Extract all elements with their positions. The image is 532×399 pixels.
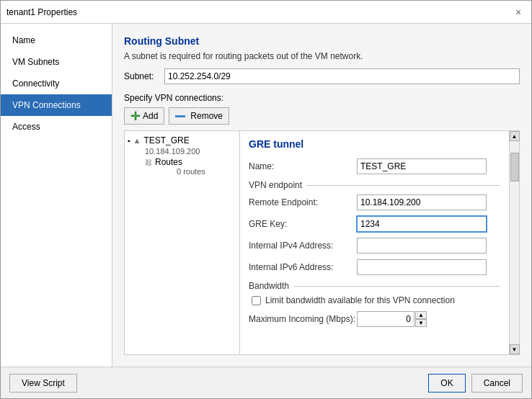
vpn-icon: ▲ [133,136,141,145]
max-incoming-input[interactable] [357,311,414,327]
title-bar: tenant1 Properties × [1,1,531,24]
spinner-arrows: ▲ ▼ [415,311,427,327]
window-title: tenant1 Properties [6,7,77,17]
tree-item-gre[interactable]: ▪ ▲ TEST_GRE [125,134,239,147]
tree-routes-count: 0 routes [145,167,239,176]
remote-endpoint-input[interactable] [357,194,487,210]
add-button[interactable]: ✛ Add [124,107,164,125]
tree-connection-ip: 10.184.109.200 [125,147,239,156]
subnet-row: Subnet: [124,68,520,84]
scroll-down-button[interactable]: ▼ [510,344,520,354]
limit-bandwidth-checkbox[interactable] [252,296,261,305]
spinner-down-button[interactable]: ▼ [415,319,427,327]
detail-panel: GRE tunnel Name: VPN endpoint Remote End… [240,131,509,354]
internal-ipv4-label: Internal IPv4 Address: [249,241,357,251]
cancel-button[interactable]: Cancel [471,374,523,393]
scroll-up-button[interactable]: ▲ [510,131,520,141]
bandwidth-group-label: Bandwidth [249,281,500,291]
scrollbar[interactable]: ▲ ▼ [509,131,519,354]
max-incoming-label: Maximum Incoming (Mbps): [249,314,357,324]
field-row-name: Name: [249,158,500,174]
main-window: tenant1 Properties × Name VM Subnets Con… [0,0,532,399]
sidebar-item-name[interactable]: Name [1,30,112,51]
max-incoming-spinner: ▲ ▼ [357,311,427,327]
internal-ipv6-label: Internal IPv6 Address: [249,262,357,272]
field-row-ipv4: Internal IPv4 Address: [249,238,500,254]
sidebar-item-access[interactable]: Access [1,116,112,138]
section-desc: A subnet is required for routing packets… [124,51,520,61]
tree-routes-item[interactable]: ⛓ Routes [145,157,239,167]
remove-button[interactable]: Remove [169,107,229,125]
ok-button[interactable]: OK [428,374,465,393]
name-label: Name: [249,161,357,171]
subnet-input[interactable] [164,68,520,84]
tree-panel: ▪ ▲ TEST_GRE 10.184.109.200 ⛓ Routes 0 r… [125,131,240,354]
sidebar-item-vpn-connections[interactable]: VPN Connections [1,94,112,116]
footer-right: OK Cancel [428,374,523,393]
add-icon: ✛ [130,109,140,123]
vpn-endpoint-group-label: VPN endpoint [249,180,500,190]
gre-key-label: GRE Key: [249,219,357,229]
split-panel: ▪ ▲ TEST_GRE 10.184.109.200 ⛓ Routes 0 r… [124,130,520,355]
field-row-gre-key: GRE Key: [249,216,500,232]
gre-key-input[interactable] [357,216,487,232]
name-input[interactable] [357,158,487,174]
internal-ipv4-input[interactable] [357,238,487,254]
tree-expand-icon[interactable]: ▪ [128,137,130,145]
view-script-button[interactable]: View Script [9,374,77,393]
section-title: Routing Subnet [124,35,520,47]
remove-icon [175,115,185,117]
toolbar: ✛ Add Remove [124,107,520,125]
content-area: Name VM Subnets Connectivity VPN Connect… [1,24,531,367]
routes-icon: ⛓ [145,158,152,166]
detail-title: GRE tunnel [249,138,500,150]
spinner-up-button[interactable]: ▲ [415,311,427,319]
main-panel: Routing Subnet A subnet is required for … [112,24,531,367]
field-row-ipv6: Internal IPv6 Address: [249,259,500,275]
footer: View Script OK Cancel [1,367,531,398]
close-button[interactable]: × [511,5,526,19]
sidebar: Name VM Subnets Connectivity VPN Connect… [1,24,112,367]
subnet-label: Subnet: [124,71,160,81]
tree-routes-section: ⛓ Routes 0 routes [125,156,239,176]
sidebar-item-connectivity[interactable]: Connectivity [1,73,112,94]
sidebar-item-vm-subnets[interactable]: VM Subnets [1,51,112,73]
scroll-thumb[interactable] [510,153,519,181]
vpn-connections-label: Specify VPN connections: [124,93,520,103]
limit-bandwidth-row: Limit bandwidth available for this VPN c… [252,295,500,305]
internal-ipv6-input[interactable] [357,259,487,275]
field-row-remote-endpoint: Remote Endpoint: [249,194,500,210]
limit-bandwidth-label: Limit bandwidth available for this VPN c… [265,295,455,305]
field-row-max-incoming: Maximum Incoming (Mbps): ▲ ▼ [249,311,500,327]
remote-endpoint-label: Remote Endpoint: [249,197,357,207]
